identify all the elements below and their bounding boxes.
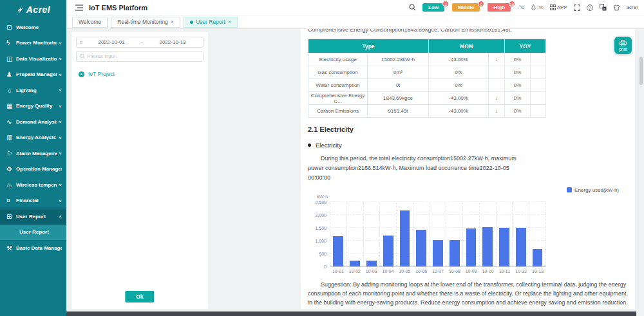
sidebar-item-label: Demand Analysis [16, 119, 57, 125]
alarm-level-high-badge[interactable]: High26 [488, 3, 511, 12]
value-cell: 0t [368, 79, 429, 92]
column-header-yoy: YOY [505, 39, 546, 53]
sidebar-item-prepaid-management[interactable]: ♟Prepaid Management∨ [0, 67, 66, 83]
report-summary-line: Comprehensive Energy Consumption1843.69k… [308, 29, 628, 33]
tree-node-iot-project[interactable]: IoT Project [76, 71, 204, 77]
tab-close-icon[interactable]: × [171, 19, 174, 25]
bar-slot [497, 203, 513, 266]
tab-label: Real-time Monitoring [117, 19, 167, 25]
table-row: Carbon Emissions9151.45t-43.00%↓0% [308, 105, 546, 118]
language-icon[interactable]: a [600, 4, 607, 11]
energy-summary-table: Type MOM YOY Electricity usage15002.28kW… [308, 39, 546, 118]
tab-close-icon[interactable]: × [228, 19, 231, 25]
mom-cell: -43.00% [429, 53, 489, 66]
bar [416, 230, 426, 266]
app-title: IoT EMS Platform [89, 4, 147, 12]
y-tick-label: 500 [319, 251, 327, 256]
bar [466, 228, 477, 266]
chevron-down-icon: ∨ [59, 41, 62, 45]
chart-plot: 05001,0001,5002,0002,500 [330, 203, 546, 267]
sidebar-item-label: Operation Management [16, 166, 62, 172]
sidebar-item-user-report[interactable]: ⊞User Report∧ [0, 209, 66, 225]
sidebar-item-energy-analysis[interactable]: ▥Energy Analysis∨ [0, 130, 66, 146]
value-cell: 1843.69kgce [368, 92, 429, 105]
sidebar-item-user-report-sub[interactable]: User Report [0, 225, 66, 241]
bar [533, 249, 543, 266]
theme-shirt-icon[interactable] [613, 5, 620, 11]
app-window: Acrel ⊡WelcomeϟPower Monitoring∨◫Data Vi… [0, 0, 644, 316]
chevron-down-icon: ∨ [59, 88, 62, 92]
alarm-level-middle-badge[interactable]: Middle0 [452, 3, 480, 12]
horizontal-scrollbar[interactable] [66, 311, 636, 316]
help-icon[interactable]: ? [587, 5, 593, 11]
legend-label: Energy used(kW·h) [574, 187, 619, 193]
yoy-cell: 0% [505, 66, 531, 79]
search-input[interactable] [87, 53, 200, 59]
value-cell: 15002.28kW·h [368, 53, 429, 66]
bar [450, 240, 460, 266]
x-tick-label: 10-02 [346, 269, 363, 274]
search-icon[interactable] [409, 4, 416, 11]
sidebar-item-label: Energy Quality [16, 103, 57, 109]
sidebar-item-energy-quality[interactable]: ▦Energy Quality∨ [0, 98, 66, 115]
alarm-management-icon: ⚐ [6, 150, 16, 157]
main-area: IoT EMS Platform Low2Middle0High26 -°C -… [66, 0, 644, 316]
sidebar-item-label: Lighting [16, 88, 57, 93]
humidity-indicator: -% [531, 5, 544, 10]
legend-swatch [567, 187, 572, 192]
chevron-down-icon: ∨ [59, 104, 62, 108]
tab-bar: WelcomeReal-time Monitoring×User Report× [66, 15, 644, 29]
ok-button[interactable]: Ok [125, 291, 154, 302]
notification-count-badge: 2 [442, 1, 449, 7]
start-date-input[interactable] [84, 39, 138, 45]
tab-label: Welcome [79, 19, 101, 25]
bar [366, 261, 377, 266]
sidebar-item-power-monitoring[interactable]: ϟPower Monitoring∨ [0, 35, 66, 51]
tree-node-label: IoT Project [88, 71, 115, 77]
sidebar-item-operation-management[interactable]: ⚙Operation Management [0, 162, 66, 178]
sidebar-item-demand-analysis[interactable]: ∿Demand Analysis∨ [0, 114, 66, 130]
yoy-arrow-cell [531, 92, 546, 105]
yoy-cell: 0% [505, 79, 531, 92]
welcome-icon: ⊡ [6, 24, 16, 31]
vertical-scrollbar[interactable] [639, 57, 643, 85]
date-range-picker[interactable]: ~ [76, 37, 204, 48]
sidebar-item-basic-data-management[interactable]: ⚒Basic Data Management [0, 240, 66, 256]
sidebar-item-financial[interactable]: ¤Financial∨ [0, 193, 66, 209]
chart-legend[interactable]: Energy used(kW·h) [567, 187, 619, 193]
lighting-icon: ☼ [6, 87, 16, 94]
sidebar-item-data-visualization[interactable]: ◫Data Visualization∨ [0, 51, 66, 67]
print-button[interactable]: print [614, 37, 632, 54]
sidebar-item-wireless-temperature[interactable]: ♨Wireless temperature∨ [0, 177, 66, 193]
end-date-input[interactable] [146, 39, 200, 45]
power-monitoring-icon: ϟ [6, 39, 16, 46]
bullet-item: Electricity [308, 142, 628, 149]
tab-user-report[interactable]: User Report× [184, 17, 238, 28]
chevron-down-icon: ∨ [59, 73, 62, 77]
table-row: Gas consumption0m³0%0% [308, 66, 546, 79]
x-tick-label: 10-08 [446, 269, 463, 274]
alarm-level-low-badge[interactable]: Low2 [422, 3, 444, 12]
tree-search-box[interactable] [76, 51, 204, 62]
app-qr-button[interactable]: APP [550, 5, 567, 10]
chevron-down-icon: ∨ [59, 183, 62, 187]
collapse-menu-icon[interactable] [75, 5, 83, 11]
column-header-type: Type [308, 39, 429, 53]
financial-icon: ¤ [6, 197, 16, 204]
sidebar-item-alarm-management[interactable]: ⚐Alarm Management∨ [0, 145, 66, 162]
value-cell: 9151.45t [368, 105, 429, 118]
tab-welcome[interactable]: Welcome [72, 17, 108, 28]
yoy-cell: 0% [505, 105, 531, 118]
sidebar-item-lighting[interactable]: ☼Lighting∨ [0, 82, 66, 98]
sidebar-item-welcome[interactable]: ⊡Welcome [0, 19, 66, 35]
table-row: Water consumption0t0%0% [308, 79, 546, 92]
operation-management-icon: ⚙ [6, 165, 16, 172]
tab-real-time-monitoring[interactable]: Real-time Monitoring× [111, 17, 180, 28]
type-cell: Carbon Emissions [308, 105, 368, 118]
fullscreen-icon[interactable] [574, 5, 580, 11]
gridline: 2,500 [330, 201, 546, 202]
username[interactable]: acrel [627, 5, 638, 10]
bar-slot [480, 203, 497, 266]
x-tick-label: 10-05 [396, 269, 413, 274]
sidebar-item-label: Basic Data Management [16, 245, 62, 251]
